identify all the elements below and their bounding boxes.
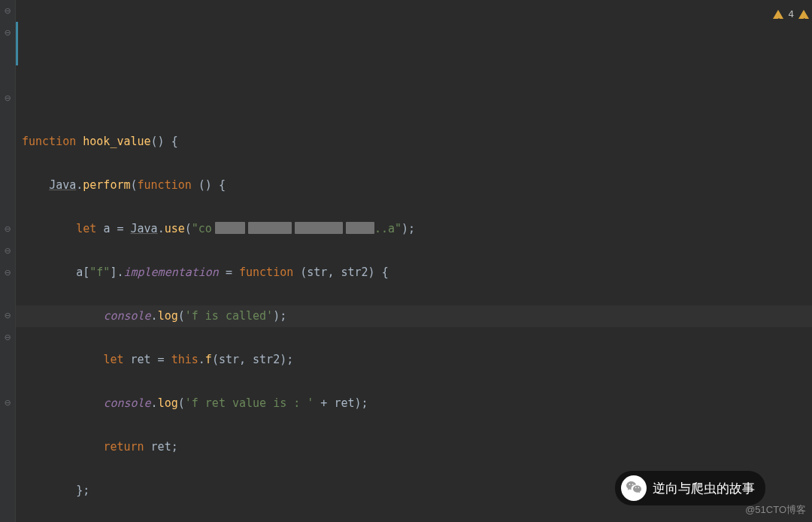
fold-marker[interactable] — [0, 283, 15, 305]
fold-marker[interactable] — [0, 435, 15, 457]
fold-marker[interactable] — [0, 457, 15, 478]
fold-marker[interactable]: ⊖ — [0, 326, 15, 348]
fold-marker[interactable] — [0, 174, 15, 196]
change-marker — [16, 22, 18, 65]
fold-marker[interactable] — [0, 500, 15, 522]
code-line[interactable]: console.log('f ret value is : ' + ret); — [22, 393, 812, 414]
fold-marker[interactable]: ⊖ — [0, 22, 15, 44]
fold-marker[interactable]: ⊖ — [0, 87, 15, 109]
wechat-title: 逆向与爬虫的故事 — [653, 478, 755, 499]
wechat-icon — [621, 475, 647, 501]
fold-marker[interactable] — [0, 152, 15, 174]
fold-marker[interactable]: ⊖ — [0, 0, 15, 22]
warning-icon — [773, 10, 783, 19]
fold-marker[interactable] — [0, 196, 15, 217]
warning-icon-2 — [798, 10, 809, 19]
fold-marker[interactable]: ⊖ — [0, 305, 15, 326]
code-line[interactable]: a["f"].implementation = function (str, s… — [22, 262, 812, 284]
code-editor[interactable]: 4 ⊖ ⊖ ⊖ ⊖ ⊖ ⊖ ⊖ ⊖ ⊖ function hook_value(… — [0, 0, 812, 522]
wechat-badge: 逆向与爬虫的故事 — [615, 471, 765, 505]
code-line[interactable]: Java.perform(function () { — [22, 175, 812, 196]
redacted-text — [248, 222, 292, 234]
fold-marker[interactable] — [0, 414, 15, 436]
code-line[interactable]: let a = Java.use("co..a"); — [22, 218, 812, 240]
fold-marker[interactable] — [0, 348, 15, 370]
redacted-text — [215, 222, 245, 234]
fold-marker[interactable]: ⊖ — [0, 239, 15, 261]
redacted-text — [295, 222, 343, 234]
watermark: @51CTO博客 — [745, 499, 806, 520]
fold-marker[interactable]: ⊖ — [0, 217, 15, 239]
code-line[interactable]: let ret = this.f(str, str2); — [22, 349, 812, 371]
fold-marker[interactable] — [0, 65, 15, 87]
gutter[interactable]: ⊖ ⊖ ⊖ ⊖ ⊖ ⊖ ⊖ ⊖ ⊖ — [0, 0, 16, 522]
warning-count: 4 — [788, 3, 794, 25]
fold-marker[interactable] — [0, 109, 15, 131]
redacted-text — [346, 222, 374, 234]
fold-marker[interactable] — [0, 478, 15, 500]
fold-marker[interactable] — [0, 44, 15, 65]
inspection-indicators[interactable]: 4 — [773, 3, 809, 25]
fold-marker[interactable]: ⊖ — [0, 261, 15, 283]
code-line[interactable]: console.log('f is called'); — [22, 305, 812, 327]
code-area[interactable]: function hook_value() { Java.perform(fun… — [16, 0, 812, 522]
code-line[interactable]: function hook_value() { — [22, 131, 812, 153]
code-line[interactable]: return ret; — [22, 436, 812, 458]
fold-marker[interactable] — [0, 370, 15, 392]
fold-marker[interactable]: ⊖ — [0, 392, 15, 414]
fold-marker[interactable] — [0, 131, 15, 153]
